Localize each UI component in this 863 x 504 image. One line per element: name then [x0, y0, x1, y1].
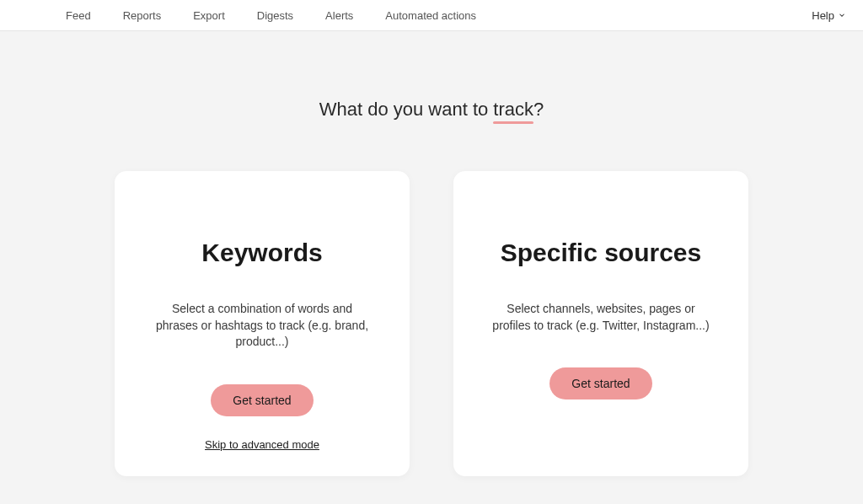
sources-card-description: Select channels, websites, pages or prof… [491, 301, 710, 334]
keywords-card-title: Keywords [201, 239, 322, 267]
nav-reports[interactable]: Reports [123, 9, 162, 22]
keywords-get-started-button[interactable]: Get started [211, 384, 313, 416]
keywords-card[interactable]: Keywords Select a combination of words a… [115, 171, 410, 476]
nav-alerts[interactable]: Alerts [325, 9, 353, 22]
title-suffix: ? [533, 99, 544, 120]
nav-links: Feed Reports Export Digests Alerts Autom… [66, 9, 476, 22]
top-nav: Feed Reports Export Digests Alerts Autom… [0, 0, 863, 31]
page-title: What do you want to track? [319, 99, 544, 121]
title-prefix: What do you want to [319, 99, 494, 120]
keywords-card-description: Select a combination of words and phrase… [153, 301, 372, 351]
title-highlight: track [493, 99, 533, 121]
help-link[interactable]: Help [812, 9, 846, 22]
help-label: Help [812, 9, 834, 22]
sources-card[interactable]: Specific sources Select channels, websit… [453, 171, 748, 476]
sources-get-started-button[interactable]: Get started [549, 367, 651, 399]
nav-feed[interactable]: Feed [66, 9, 91, 22]
skip-to-advanced-link[interactable]: Skip to advanced mode [205, 438, 319, 451]
sources-card-title: Specific sources [501, 239, 701, 267]
nav-digests[interactable]: Digests [257, 9, 293, 22]
main-content: What do you want to track? Keywords Sele… [0, 31, 863, 476]
nav-automated-actions[interactable]: Automated actions [385, 9, 476, 22]
nav-export[interactable]: Export [193, 9, 225, 22]
chevron-down-icon [838, 11, 846, 19]
card-container: Keywords Select a combination of words a… [115, 171, 748, 476]
